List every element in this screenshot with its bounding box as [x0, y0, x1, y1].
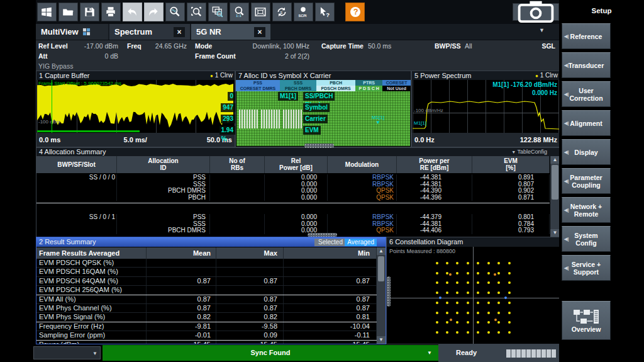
alloc-marker-flag[interactable]: M1[1]▼ — [372, 115, 384, 125]
capture-analysis-bar — [37, 130, 140, 132]
screenshot-camera-button[interactable] — [513, 3, 559, 21]
view-button-averaged[interactable]: Averaged — [345, 239, 377, 246]
scrollbar-thumb[interactable] — [378, 256, 384, 281]
alloc-map-resize-handle[interactable] — [304, 144, 334, 148]
toolbar-icons: 1:1sSCPI?? — [36, 0, 366, 24]
status-dropdown[interactable]: ▼ — [33, 346, 101, 359]
softkey-service-support[interactable]: ◀|Service + Support — [562, 255, 611, 281]
softkey-display[interactable]: ◀|Display — [562, 139, 611, 165]
result-header-col2: Max — [216, 247, 284, 259]
zoom-1-to-1-button[interactable]: 1:1 — [230, 3, 249, 21]
tab-5gnr[interactable]: 5G NR × — [191, 24, 270, 40]
scpi-recorder-button[interactable]: SCPI — [294, 3, 313, 21]
progress-segment — [511, 349, 516, 358]
panel-alloc-map: 7 Alloc ID vs Symbol X Carrier PSSSSSPBC… — [235, 71, 411, 147]
qam64-point — [446, 281, 448, 284]
qam64-point — [477, 321, 479, 324]
instrument-screen: 1:1sSCPI?? MultiView Spectrum × 5G NR × … — [0, 0, 644, 362]
qam64-point — [508, 321, 511, 324]
allocation-table-row: SS / 0 / 1PSS0.000RBPSK-44.3790.801 — [36, 214, 550, 221]
overview-flow-icon — [572, 308, 600, 325]
spectrum-marker-label[interactable]: M1[1] — [414, 120, 426, 126]
softkey-arrow-icon: ◀| — [564, 62, 569, 69]
save-button[interactable] — [80, 3, 99, 21]
softkey-system-config[interactable]: ◀|System Config — [562, 226, 611, 252]
softkey-network-remote[interactable]: ◀|Network + Remote — [562, 197, 611, 223]
softkey-buttons: ◀|Reference◀|Transducer◀|User Correction… — [559, 23, 644, 284]
tab-5gnr-close-icon[interactable]: × — [254, 27, 265, 37]
qam64-point — [467, 312, 469, 314]
allocation-cell: SSS — [117, 221, 210, 228]
allocation-cell — [210, 221, 265, 228]
scroll-up-icon[interactable]: ▲ — [550, 156, 560, 164]
frame-count-value[interactable]: 2 of 2(2) — [243, 52, 309, 60]
result-cell: -9.58 — [216, 322, 284, 331]
result-cell — [216, 259, 284, 267]
qam64-point — [436, 331, 438, 334]
tab-overflow-dropdown-icon[interactable]: ▼ — [539, 27, 545, 33]
qam64-point — [487, 312, 490, 314]
capture-time-label: Capture Time — [321, 42, 364, 50]
softkey-transducer[interactable]: ◀|Transducer — [562, 52, 611, 78]
overview-button[interactable]: Overview — [562, 301, 611, 340]
allocation-table-scrollbar[interactable]: ▲ ▼ — [550, 156, 560, 237]
sync-dropdown-icon[interactable]: ▼ — [427, 345, 432, 361]
windows-button[interactable] — [37, 3, 57, 21]
alloc-map-plot: M1[1] SS/PBCH Block 0 Symbol 947 Carrier… — [236, 91, 410, 146]
alloc-used-region — [239, 110, 258, 128]
tab-spectrum[interactable]: Spectrum × — [109, 24, 190, 40]
scroll-up-icon[interactable]: ▲ — [377, 247, 386, 255]
allocation-cell: QPSK — [328, 188, 397, 195]
zoom-selection-button[interactable] — [187, 3, 206, 21]
capture-buffer-legend: ● 1 Clrw — [210, 71, 233, 81]
fullscreen-frame-button[interactable] — [251, 3, 270, 21]
allocation-resize-handle[interactable] — [308, 233, 337, 237]
help-button[interactable]: ? — [345, 3, 365, 21]
table-config-button[interactable]: ▼ TableConfig — [511, 148, 547, 156]
open-file-button[interactable] — [58, 3, 78, 21]
allocation-cell: RBPSK — [328, 174, 397, 181]
qam64-point — [436, 291, 438, 294]
mode-value[interactable]: Downlink, 100 MHz — [237, 42, 309, 50]
redo-button[interactable] — [144, 3, 164, 21]
softkey-parameter-coupling[interactable]: ◀|Parameter Coupling — [562, 168, 611, 194]
tab-multiview[interactable]: MultiView — [36, 24, 108, 40]
continuous-sweep-button[interactable]: s — [272, 3, 292, 21]
capture-time-value[interactable]: 50.0 ms — [368, 42, 421, 50]
legend-coreset-dmrs: CORESET DMRS — [236, 86, 280, 91]
tab-5gnr-label: 5G NR — [196, 27, 221, 37]
att-value[interactable]: 0 dB — [68, 52, 118, 60]
allocation-cell: -44.406 — [397, 227, 472, 234]
scroll-down-icon[interactable]: ▼ — [377, 336, 386, 344]
result-cell: 0.09 — [216, 331, 284, 339]
allocation-group-divider — [36, 203, 550, 203]
bwp-ss-value[interactable]: All — [465, 42, 490, 50]
view-button-selected[interactable]: Selected — [314, 239, 347, 246]
tab-spectrum-close-icon[interactable]: × — [174, 27, 185, 37]
softkey-alignment[interactable]: ◀|Alignment — [562, 110, 611, 136]
softkey-reference[interactable]: ◀|Reference — [562, 23, 611, 49]
alloc-legend-row1: PSSSSSPBCHPTRSCORESET — [236, 80, 411, 86]
panel-allocation-summary: 4 Allocation Summary ▼ TableConfig BWP/S… — [36, 147, 560, 237]
allocation-header-col6: EVM [%] — [472, 156, 550, 173]
softkey-user-correction[interactable]: ◀|User Correction — [562, 81, 611, 107]
result-table-scrollbar[interactable]: ▲ ▼ — [377, 247, 386, 344]
constellation-resize-handle[interactable] — [387, 276, 391, 307]
qam64-point — [446, 272, 448, 274]
freq-value[interactable]: 24.65 GHz — [146, 42, 187, 50]
sync-status-banner: Sync Found ▼ — [103, 345, 438, 361]
ref-level-value[interactable]: -17.00 dBm — [68, 42, 118, 50]
scroll-down-icon[interactable]: ▼ — [550, 229, 560, 237]
allocation-cell: SSS — [117, 181, 210, 188]
capture-marker-line[interactable] — [52, 80, 52, 133]
context-help-button[interactable]: ? — [315, 3, 335, 21]
dropdown-arrow-icon: ▼ — [92, 351, 97, 356]
multi-zoom-button[interactable] — [208, 3, 228, 21]
qam64-point — [508, 281, 511, 284]
print-button[interactable] — [101, 3, 121, 21]
allocation-cell — [210, 227, 265, 234]
undo-button[interactable] — [123, 3, 142, 21]
alloc-info-label: Carrier — [303, 115, 328, 123]
scrollbar-thumb[interactable] — [552, 165, 558, 200]
zoom-trace-button[interactable] — [165, 3, 185, 21]
